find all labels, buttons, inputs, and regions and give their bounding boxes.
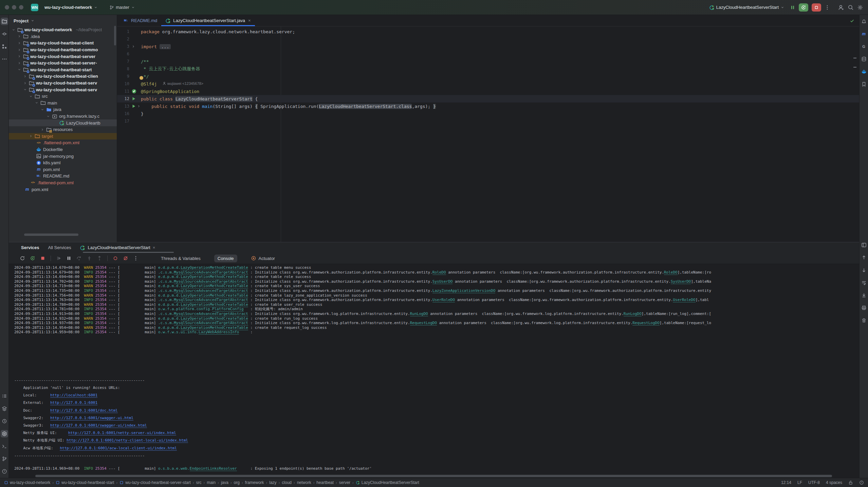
chevron-right-icon[interactable] bbox=[17, 41, 21, 45]
indent-size[interactable]: 4 spaces bbox=[826, 480, 842, 485]
project-widget[interactable]: wu-lazy-cloud-network bbox=[42, 3, 100, 11]
branch-widget[interactable]: master bbox=[107, 3, 137, 11]
todo-tool[interactable] bbox=[1, 392, 8, 400]
run-configuration-widget[interactable]: LazyCloudHeartbeatServerStart bbox=[707, 3, 787, 12]
line-separator[interactable]: LF bbox=[797, 480, 802, 485]
project-panel-header[interactable]: Project bbox=[9, 15, 117, 26]
breadcrumb-item[interactable]: server bbox=[339, 480, 350, 485]
class-link[interactable]: RunLogDO bbox=[410, 312, 428, 316]
spring-bean-icon[interactable] bbox=[131, 89, 137, 94]
tree-item[interactable]: java bbox=[9, 106, 117, 113]
chevron-right-icon[interactable] bbox=[17, 61, 21, 65]
tree-item[interactable]: wu-lazy-cloud-heartbeat-server- bbox=[9, 60, 117, 67]
scroll-up[interactable] bbox=[860, 254, 868, 261]
commit-tool[interactable] bbox=[1, 30, 8, 38]
chevron-right-icon[interactable] bbox=[17, 34, 21, 38]
url-link[interactable]: http://127.0.0.1:6001/netty-server-ui/in… bbox=[68, 431, 176, 435]
unlock-icon[interactable] bbox=[848, 480, 853, 485]
code-editor[interactable]: 1package org.framework.lazy.cloud.networ… bbox=[117, 26, 859, 242]
step-into-button[interactable] bbox=[85, 254, 93, 262]
tree-item[interactable]: wu-lazy-cloud-heartbeat-client bbox=[9, 40, 117, 46]
file-encoding[interactable]: UTF-8 bbox=[808, 480, 820, 485]
clear-console[interactable] bbox=[860, 317, 868, 324]
breadcrumb-item[interactable]: java bbox=[221, 480, 228, 485]
logger-link[interactable]: LazyOperationMethodCreateTable bbox=[181, 293, 248, 298]
logger-link[interactable]: LazyOperationMethodCreateTable bbox=[181, 325, 248, 330]
logger-link[interactable]: MysqlSourceAdvancedTargetAbstract bbox=[174, 321, 248, 325]
project-tool[interactable] bbox=[1, 18, 8, 25]
logger-link[interactable]: MysqlSourceAdvancedTargetAbstract bbox=[174, 270, 248, 275]
settings-button[interactable] bbox=[857, 4, 863, 11]
close-icon[interactable]: × bbox=[248, 18, 251, 23]
stop-button[interactable] bbox=[39, 254, 47, 262]
tree-horizontal-scrollbar[interactable] bbox=[24, 233, 78, 236]
logger-link[interactable]: LazyOperationMethodCreateTable bbox=[181, 265, 248, 270]
step-out-button[interactable] bbox=[95, 254, 104, 262]
url-link[interactable]: http://localhost:6001 bbox=[50, 393, 97, 398]
services-panel-title[interactable]: Services bbox=[21, 245, 39, 250]
chevron-down-icon[interactable] bbox=[29, 94, 33, 98]
breadcrumb-item[interactable]: network bbox=[297, 480, 311, 485]
logger-link[interactable]: MysqlSourceAdvancedTargetAbstract bbox=[174, 298, 248, 302]
tree-item[interactable]: resources bbox=[9, 126, 117, 133]
class-link[interactable]: LazyZoneApplicationVersionDO bbox=[432, 288, 495, 293]
url-link[interactable]: http://127.0.0.1:6001 bbox=[50, 400, 97, 405]
services-tool[interactable] bbox=[1, 430, 8, 437]
maximize-window-icon[interactable] bbox=[19, 5, 23, 10]
tree-item[interactable]: LazyCloudHeartb bbox=[9, 119, 117, 126]
more-tool-windows[interactable] bbox=[1, 55, 8, 63]
class-link[interactable]: RequestLogDO bbox=[410, 321, 437, 325]
debugger-view-tab[interactable]: Console bbox=[214, 255, 237, 262]
logger-link[interactable]: LazyOperationMethodCreateTable bbox=[181, 316, 248, 321]
chevron-right-icon[interactable] bbox=[40, 128, 44, 132]
breadcrumb-item[interactable]: wu-lazy-cloud-heartbeat-start bbox=[56, 480, 114, 485]
print-console[interactable] bbox=[860, 304, 868, 312]
class-link[interactable]: UserRoleDO bbox=[432, 298, 455, 302]
url-link[interactable]: http://127.0.0.1:6001/netty-client-local… bbox=[67, 438, 188, 443]
run-line-icon[interactable] bbox=[131, 104, 136, 109]
url-link[interactable]: http://127.0.0.1:6001/acw-local-client-u… bbox=[60, 446, 177, 451]
problems-tool[interactable] bbox=[1, 468, 8, 475]
chevron-right-icon[interactable] bbox=[17, 48, 21, 52]
intention-bulb-icon[interactable] bbox=[140, 76, 143, 80]
more-actions-button[interactable] bbox=[132, 254, 140, 262]
tree-item[interactable]: mpom.xml bbox=[9, 186, 117, 193]
logger-link[interactable]: LazyOperationMethodCreateTable bbox=[181, 302, 248, 307]
tree-item[interactable]: k8s.yaml bbox=[9, 160, 117, 166]
caret-position[interactable]: 12:14 bbox=[781, 480, 791, 485]
bookmarks-tool[interactable] bbox=[860, 80, 868, 88]
tree-item[interactable]: wu-lazy-cloud-network~/IdeaProject bbox=[9, 26, 117, 33]
class-link[interactable]: RequestLogDO bbox=[632, 321, 659, 325]
logger-link[interactable]: MysqlSourceAdvancedTargetAbstract bbox=[174, 279, 248, 284]
logger-link[interactable]: MysqlSourceAdvancedTargetAbstract bbox=[174, 288, 248, 293]
notifications[interactable] bbox=[860, 18, 868, 25]
rerun-button[interactable] bbox=[799, 3, 808, 12]
soft-wrap[interactable] bbox=[860, 279, 868, 286]
mute-breakpoints-button[interactable] bbox=[122, 254, 130, 262]
run-line-icon[interactable] bbox=[131, 96, 136, 101]
breadcrumb-item[interactable]: wu-lazy-cloud-heartbeat-server-start bbox=[119, 480, 191, 485]
services-tab[interactable]: LazyCloudHeartbeatServerStart× bbox=[80, 245, 155, 250]
logger-link[interactable]: LazyWebAddressInfo bbox=[199, 330, 239, 335]
class-link[interactable]: SysUserDO bbox=[432, 279, 453, 284]
tree-item[interactable]: wu-lazy-cloud-heartbeat-server bbox=[9, 53, 117, 60]
chevron-right-icon[interactable] bbox=[23, 81, 27, 85]
console-output[interactable]: 2024-09-28T11:13:14.670+08:00 WARN 25354… bbox=[9, 264, 859, 474]
maven-tool[interactable]: m bbox=[860, 30, 868, 38]
tree-item[interactable]: target bbox=[9, 133, 117, 140]
logger-link[interactable]: LazyOperationMethodCreateTable bbox=[181, 284, 248, 288]
breadcrumb-item[interactable]: src bbox=[196, 480, 202, 485]
inspections-widget[interactable] bbox=[850, 15, 854, 26]
tree-item[interactable]: </>.flattened-pom.xml bbox=[9, 180, 117, 186]
code-with-me-button[interactable] bbox=[838, 4, 844, 11]
url-link[interactable]: http://127.0.0.1:6001/swagger-ui.html bbox=[50, 416, 133, 420]
url-link[interactable]: http://127.0.0.1:6001/swagger-ui/index.h… bbox=[50, 423, 147, 428]
breadcrumb-item[interactable]: heartbeat bbox=[316, 480, 334, 485]
tree-item[interactable]: jar-memory.png bbox=[9, 153, 117, 160]
chevron-right-icon[interactable] bbox=[29, 134, 33, 138]
scroll-to-end[interactable] bbox=[860, 292, 868, 299]
chevron-down-icon[interactable] bbox=[23, 88, 27, 92]
logger-link[interactable]: EndpointLinksResolver bbox=[190, 466, 237, 471]
tree-item[interactable]: wu-lazy-cloud-heartbeat-serv bbox=[9, 80, 117, 87]
logger-link[interactable]: PlatformConfig bbox=[212, 307, 244, 312]
